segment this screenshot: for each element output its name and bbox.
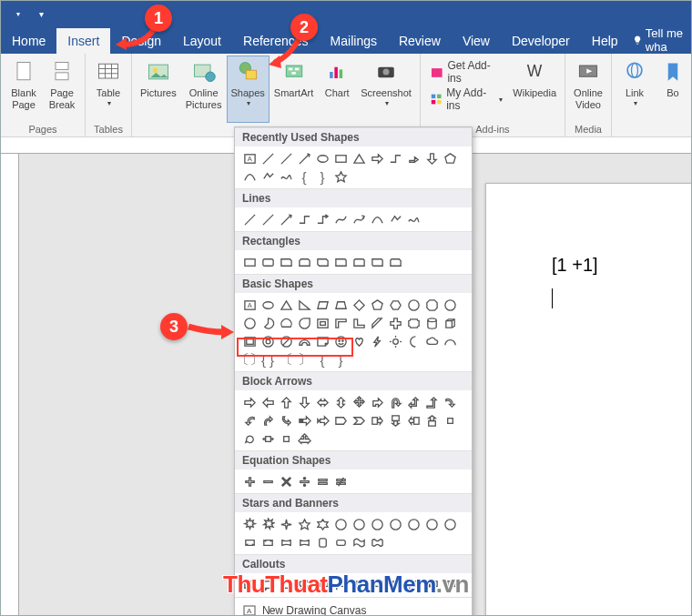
shape-star12[interactable] (386, 515, 404, 533)
shape-sun[interactable] (386, 332, 404, 350)
shape-star4[interactable] (277, 515, 295, 533)
shape-bent-arrow[interactable] (368, 393, 386, 411)
shape-down-arrow[interactable] (295, 393, 313, 411)
shape-parallelogram[interactable] (313, 296, 331, 314)
online-pictures-button[interactable]: Online Pictures (181, 56, 227, 123)
shape-oval[interactable] (313, 149, 331, 167)
screenshot-button[interactable]: Screenshot▾ (356, 56, 416, 123)
shape-down-arrow[interactable] (422, 149, 441, 167)
shape-right-arrow[interactable] (368, 149, 386, 167)
link-button[interactable]: Link▾ (616, 56, 654, 123)
new-drawing-canvas[interactable]: A New Drawing Canvas (235, 597, 472, 616)
shape-notched-arrow[interactable] (313, 411, 331, 429)
tab-help[interactable]: Help (581, 28, 629, 54)
page-break-button[interactable]: Page Break (43, 56, 81, 123)
shape-cube[interactable] (441, 314, 459, 332)
shape-striped-arrow[interactable] (295, 411, 313, 429)
shape-diagonal-stripe[interactable] (368, 314, 386, 332)
shape-updown-callout[interactable] (277, 429, 295, 448)
shape-dodecagon[interactable] (240, 314, 259, 332)
shape-quad-arrow[interactable] (350, 393, 368, 411)
shape-scribble[interactable] (404, 210, 422, 228)
undo-icon[interactable]: ▾ (15, 10, 20, 18)
chart-button[interactable]: Chart (318, 56, 356, 123)
shape-chevron[interactable] (350, 411, 368, 429)
shape-brace-left[interactable]: { (295, 167, 313, 186)
shape-trapezoid[interactable] (331, 296, 350, 314)
shape-pie[interactable] (259, 314, 277, 332)
shape-line[interactable] (259, 149, 277, 167)
blank-page-button[interactable]: Blank Page (5, 56, 43, 123)
online-video-button[interactable]: Online Video (569, 56, 607, 123)
shape-arrow-line[interactable] (277, 210, 295, 228)
shape-curved-right-arrow[interactable] (441, 393, 459, 411)
shape-round-diag-rect[interactable] (368, 253, 386, 271)
shape-explosion1[interactable] (240, 515, 259, 533)
shape-curved-left-arrow[interactable] (240, 411, 259, 429)
shape-curved-up-arrow[interactable] (259, 411, 277, 429)
shapes-button[interactable]: Shapes▾ (227, 56, 270, 123)
shape-frame[interactable] (313, 314, 331, 332)
tell-me-search[interactable]: Tell me wha (633, 26, 691, 54)
shape-star24[interactable] (422, 515, 441, 533)
shape-left-arrow[interactable] (259, 393, 277, 411)
table-button[interactable]: Table▾ (89, 56, 127, 123)
shape-left-right-arrow[interactable] (313, 393, 331, 411)
shape-right-callout-arrow[interactable] (368, 411, 386, 429)
shape-hexagon[interactable] (386, 296, 404, 314)
shape-moon[interactable] (404, 332, 422, 350)
shape-star5[interactable] (295, 515, 313, 533)
shape-bent-arrow[interactable] (404, 149, 422, 167)
shape-right-arrow[interactable] (240, 393, 259, 411)
shape-snip-diag-rect[interactable] (313, 253, 331, 271)
shape-round2-rect[interactable] (350, 253, 368, 271)
shape-oval[interactable] (259, 296, 277, 314)
shape-explosion2[interactable] (259, 515, 277, 533)
shape-bent-up-arrow[interactable] (422, 393, 441, 411)
shape-freeform[interactable] (386, 210, 404, 228)
tab-home[interactable]: Home (1, 28, 56, 54)
shape-wave[interactable] (350, 533, 368, 551)
shape-elbow[interactable] (295, 210, 313, 228)
shape-left-up-arrow[interactable] (404, 393, 422, 411)
shape-line[interactable] (240, 210, 259, 228)
shape-curved-arrow[interactable] (350, 210, 368, 228)
tab-layout[interactable]: Layout (172, 28, 232, 54)
shape-triangle[interactable] (277, 296, 295, 314)
shape-diamond[interactable] (350, 296, 368, 314)
shape-line[interactable] (259, 210, 277, 228)
shape-minus[interactable] (259, 472, 277, 490)
wikipedia-button[interactable]: W Wikipedia (508, 56, 561, 123)
shape-circular-arrow[interactable] (240, 429, 259, 448)
shape-brace-right[interactable]: } (313, 167, 331, 186)
shape-up-arrow[interactable] (277, 393, 295, 411)
shape-ribbon-down[interactable] (259, 533, 277, 551)
shape-rectangle[interactable] (331, 149, 350, 167)
shape-freeform[interactable] (259, 167, 277, 186)
shape-star7[interactable] (331, 515, 350, 533)
shape-divide[interactable] (295, 472, 313, 490)
shape-rounded-rect[interactable] (259, 253, 277, 271)
tab-view[interactable]: View (452, 28, 501, 54)
shape-star[interactable] (331, 167, 350, 186)
shape-textbox[interactable]: A (240, 296, 259, 314)
shape-decagon[interactable] (441, 296, 459, 314)
shape-leftright-callout[interactable] (259, 429, 277, 448)
shape-pentagon[interactable] (441, 149, 459, 167)
shape-elbow-connector[interactable] (386, 149, 404, 167)
shape-half-frame[interactable] (331, 314, 350, 332)
shape-star32[interactable] (441, 515, 459, 533)
shape-snip-rect[interactable] (277, 253, 295, 271)
shape-vertical-scroll[interactable] (313, 533, 331, 551)
shape-horizontal-scroll[interactable] (331, 533, 350, 551)
tab-review[interactable]: Review (388, 28, 452, 54)
shape-cloud[interactable] (422, 332, 441, 350)
shape-cross[interactable] (386, 314, 404, 332)
document-page[interactable]: [1 +1] (485, 183, 692, 616)
shape-octagon[interactable] (422, 296, 441, 314)
vertical-ruler[interactable] (1, 154, 19, 615)
shape-down-callout-arrow[interactable] (386, 411, 404, 429)
shape-teardrop[interactable] (295, 314, 313, 332)
shape-ribbon-up[interactable] (240, 533, 259, 551)
shape-double-wave[interactable] (368, 533, 386, 551)
